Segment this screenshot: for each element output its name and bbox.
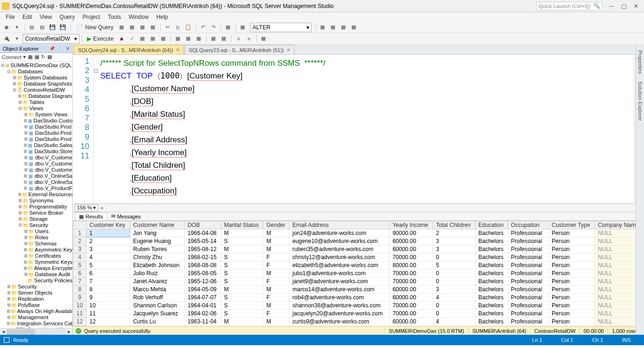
column-header[interactable]: Yearly Income bbox=[390, 221, 433, 229]
close-icon[interactable]: ✕ bbox=[66, 46, 70, 51]
table-cell[interactable]: Professional bbox=[508, 270, 548, 278]
table-cell[interactable]: 70000.00 bbox=[390, 270, 433, 278]
tree-aoha[interactable]: Always On High Availabili bbox=[17, 308, 72, 314]
tree-roles[interactable]: Roles bbox=[35, 235, 48, 241]
table-cell[interactable]: M bbox=[263, 237, 289, 245]
table-cell[interactable]: Shannon Carlson bbox=[130, 302, 184, 310]
connect-button[interactable]: Connect bbox=[2, 54, 21, 60]
table-cell[interactable]: 1964-04-01 bbox=[184, 302, 221, 310]
table-cell[interactable]: Person bbox=[548, 318, 595, 326]
table-cell[interactable]: M bbox=[221, 318, 263, 326]
table-cell[interactable]: Professional bbox=[508, 302, 548, 310]
btn8[interactable]: ▦ bbox=[328, 23, 338, 32]
table-cell[interactable]: Person bbox=[548, 253, 595, 261]
table-cell[interactable]: 13 bbox=[73, 326, 87, 327]
messages-tab[interactable]: ✉Messages bbox=[107, 212, 145, 221]
table-cell[interactable]: 70000.00 bbox=[390, 302, 433, 310]
btn3[interactable]: ▦ bbox=[138, 23, 147, 32]
table-cell[interactable]: Bachelors bbox=[475, 310, 508, 318]
table-cell[interactable]: christy12@adventure-works.com bbox=[289, 253, 390, 261]
table-cell[interactable]: 70000.00 bbox=[390, 253, 433, 261]
table-cell[interactable]: Bachelors bbox=[475, 237, 508, 245]
column-header[interactable]: Customer Name bbox=[130, 221, 184, 229]
table-cell[interactable]: F bbox=[263, 310, 289, 318]
menu-edit[interactable]: Edit bbox=[18, 14, 36, 20]
tree-views[interactable]: Views bbox=[29, 105, 43, 112]
btn1[interactable]: ▦ bbox=[117, 23, 126, 32]
table-cell[interactable]: M bbox=[263, 286, 289, 294]
table-cell[interactable]: Person bbox=[548, 237, 595, 245]
table-cell[interactable]: 7 bbox=[73, 278, 87, 286]
table-cell[interactable]: S bbox=[221, 270, 263, 278]
table-cell[interactable]: 3 bbox=[87, 245, 130, 253]
table-cell[interactable]: 1964-02-06 bbox=[184, 310, 221, 318]
table-cell[interactable]: Professional bbox=[508, 229, 548, 237]
tree-v11[interactable]: dbo.V_OnlineSa bbox=[35, 179, 72, 185]
table-cell[interactable]: 1968-08-08 bbox=[184, 261, 221, 270]
tree-v2[interactable]: DaxStudio.Prod bbox=[35, 124, 71, 130]
table-cell[interactable]: 5 bbox=[73, 261, 87, 270]
table-cell[interactable]: jacquelyn20@adventure-works.com bbox=[289, 310, 390, 318]
btn4[interactable]: ▦ bbox=[148, 23, 157, 32]
table-cell[interactable]: Professional bbox=[508, 253, 548, 261]
table-cell[interactable]: 10 bbox=[87, 302, 130, 310]
tree-syn[interactable]: Synonyms bbox=[29, 198, 53, 204]
table-cell[interactable]: F bbox=[263, 326, 289, 327]
table-cell[interactable]: Julio Ruiz bbox=[130, 270, 184, 278]
save-button[interactable]: 💾 bbox=[48, 23, 57, 32]
object-explorer-tree[interactable]: ⊟🖥SUMMER\DemoDax (SQL Serv ⊟📁Databases ⊞… bbox=[0, 61, 72, 328]
table-row[interactable]: 77Janet Alvarez1965-12-06SFjanet9@advent… bbox=[73, 278, 644, 286]
table-cell[interactable]: 2 bbox=[87, 237, 130, 245]
table-cell[interactable]: 60000.00 bbox=[390, 245, 433, 253]
tree-pb[interactable]: PolyBase bbox=[18, 302, 40, 308]
tree-databases[interactable]: Databases bbox=[18, 69, 43, 75]
solution-explorer-tab[interactable]: Solution Explorer bbox=[636, 78, 644, 125]
table-row[interactable]: 44Christy Zhu1968-02-15SFchristy12@adven… bbox=[73, 253, 644, 261]
table-cell[interactable]: M bbox=[263, 245, 289, 253]
oe-btn3[interactable]: ↻ bbox=[41, 54, 45, 60]
btn16[interactable]: ▦ bbox=[194, 34, 203, 44]
table-cell[interactable]: Person bbox=[548, 245, 595, 253]
save-all-button[interactable]: 💾 bbox=[58, 23, 68, 32]
nav-back-button[interactable]: ◉ bbox=[2, 23, 11, 32]
table-cell[interactable]: F bbox=[263, 278, 289, 286]
table-cell[interactable]: eugene10@adventure-works.com bbox=[289, 237, 390, 245]
btn18[interactable]: ▦ bbox=[219, 34, 228, 44]
tab-inactive[interactable]: SQLQuery23.sql - S...MER\Antriksh (51))✕ bbox=[184, 45, 295, 54]
open-item-button[interactable]: ▤ bbox=[37, 23, 47, 32]
table-row[interactable]: 88Marco Mehta1964-05-09MMmarco14@adventu… bbox=[73, 286, 644, 294]
table-cell[interactable]: Person bbox=[548, 302, 595, 310]
table-cell[interactable]: jon24@adventure-works.com bbox=[289, 229, 390, 237]
results-tab[interactable]: ▦Results bbox=[75, 212, 107, 221]
table-cell[interactable]: Person bbox=[548, 261, 595, 270]
table-cell[interactable]: Jacquelyn Suarez bbox=[130, 310, 184, 318]
column-header[interactable]: Customer Type bbox=[548, 221, 595, 229]
tree-prog[interactable]: Programmability bbox=[29, 204, 67, 210]
table-cell[interactable]: 4 bbox=[433, 294, 476, 302]
table-cell[interactable]: Professional bbox=[508, 286, 548, 294]
table-cell[interactable]: Ruben Torres bbox=[130, 245, 184, 253]
close-tab-icon[interactable]: ✕ bbox=[176, 47, 180, 52]
close-button[interactable]: ✕ bbox=[630, 1, 642, 11]
table-cell[interactable]: Bachelors bbox=[475, 229, 508, 237]
tree-agent[interactable]: SQL Server Agent (Agent X bbox=[16, 327, 72, 328]
table-cell[interactable]: F bbox=[263, 261, 289, 270]
tree-v12[interactable]: dbo.V_ProductF bbox=[35, 185, 73, 191]
table-cell[interactable]: 1964-05-09 bbox=[184, 286, 221, 294]
tree-sec[interactable]: Security bbox=[29, 222, 48, 228]
table-cell[interactable]: 90000.00 bbox=[390, 229, 433, 237]
table-cell[interactable]: 0 bbox=[433, 302, 476, 310]
table-row[interactable]: 11Jon Yang1966-04-08MMjon24@adventure-wo… bbox=[73, 229, 644, 237]
tree-v6[interactable]: DaxStudio.Store bbox=[35, 148, 72, 155]
table-cell[interactable]: Elizabeth Johnson bbox=[130, 261, 184, 270]
table-cell[interactable]: 60000.00 bbox=[390, 294, 433, 302]
code-content[interactable]: /****** Script for SelectTopNRows comman… bbox=[98, 55, 634, 203]
btn7[interactable]: ▦ bbox=[318, 23, 327, 32]
table-cell[interactable]: F bbox=[263, 253, 289, 261]
table-cell[interactable]: 2 bbox=[73, 237, 87, 245]
table-cell[interactable]: Rob Verhoff bbox=[130, 294, 184, 302]
table-cell[interactable]: 2 bbox=[433, 326, 476, 327]
table-cell[interactable]: M bbox=[221, 326, 263, 327]
tab-active[interactable]: SQLQuery24.sql - S...MER\Antriksh (64))✕ bbox=[74, 45, 184, 54]
table-cell[interactable]: 60000.00 bbox=[390, 318, 433, 326]
